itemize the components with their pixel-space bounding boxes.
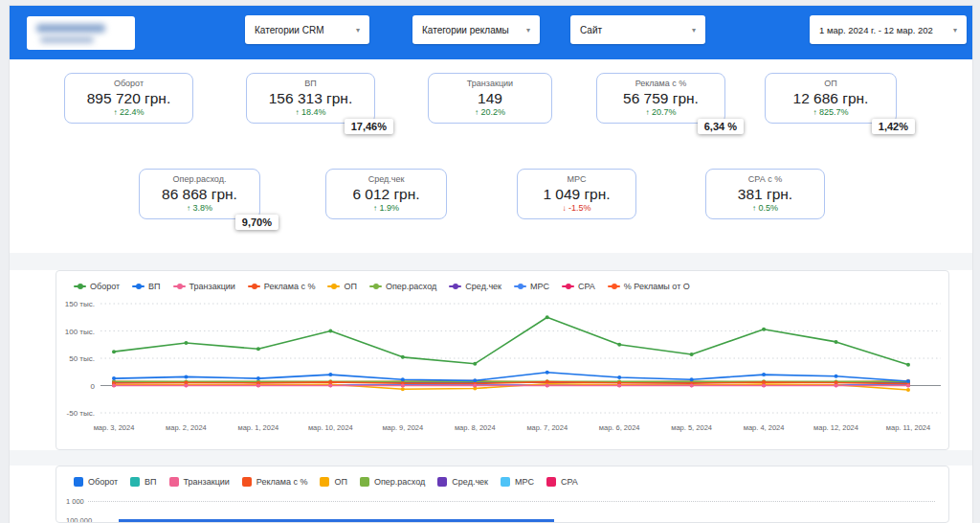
legend-item[interactable]: CPA — [562, 282, 595, 291]
legend-label: ВП — [148, 282, 160, 291]
legend-label: Сред.чек — [452, 477, 488, 487]
kpi-value: 6 012 грн. — [352, 185, 419, 203]
legend-item[interactable]: ОП — [327, 282, 356, 291]
filter-label: Сайт — [580, 25, 602, 35]
chevron-down-icon: ▾ — [526, 26, 530, 34]
kpi-title: ОП — [824, 79, 836, 89]
kpi-delta: ↑ 22.4% — [113, 107, 144, 118]
svg-text:100 тыс.: 100 тыс. — [65, 328, 95, 336]
legend-label: Опер.расход — [386, 282, 436, 291]
kpi-delta: ↑ 18.4% — [295, 107, 325, 118]
legend-item[interactable]: Транзакции — [173, 282, 235, 291]
up-arrow-icon: ↑ — [475, 108, 479, 117]
kpi-delta: ↓ -1.5% — [562, 203, 590, 214]
legend-swatch — [130, 477, 140, 487]
filter-dropdown-1[interactable]: Категории CRM▾ — [245, 15, 369, 44]
legend-item[interactable]: ВП — [132, 282, 160, 291]
svg-text:мар. 3, 2024: мар. 3, 2024 — [94, 423, 135, 432]
legend-item[interactable]: Оборот — [74, 282, 120, 291]
bar-chart-legend: ОборотВПТранзакцииРеклама с %ОПОпер.расх… — [56, 466, 948, 489]
svg-text:мар. 2, 2024: мар. 2, 2024 — [166, 423, 207, 432]
svg-text:мар. 4, 2024: мар. 4, 2024 — [744, 423, 785, 432]
legend-label: Реклама с % — [264, 282, 316, 291]
line-chart-legend: ОборотВПТранзакцииРеклама с %ОПОпер.расх… — [56, 271, 948, 294]
kpi-title: Опер.расход. — [173, 174, 227, 185]
kpi-card: Оборот895 720 грн.↑ 22.4% — [64, 73, 193, 124]
kpi-title: МРС — [568, 174, 587, 185]
axis-tick-label: 1 000 — [66, 497, 84, 506]
kpi-title: Транзакции — [467, 79, 513, 89]
svg-text:мар. 6, 2024: мар. 6, 2024 — [599, 423, 640, 432]
date-range-label: 1 мар. 2024 г. - 12 мар. 202 — [819, 25, 933, 35]
legend-label: МРС — [530, 282, 549, 291]
date-range-picker[interactable]: 1 мар. 2024 г. - 12 мар. 202 ▾ — [810, 15, 967, 44]
legend-marker — [173, 285, 186, 287]
kpi-title: Сред.чек — [368, 174, 405, 185]
filter-dropdown-3[interactable]: Сайт▾ — [570, 15, 705, 44]
logo-blur-mark — [40, 36, 94, 43]
legend-item[interactable]: Реклама с % — [248, 282, 316, 291]
kpi-title: Оборот — [114, 79, 144, 89]
kpi-value: 381 грн. — [738, 185, 792, 203]
kpi-card: СРА с %381 грн.↑ 0.5% — [705, 169, 825, 219]
legend-swatch — [74, 477, 83, 487]
bar-chart-card: ОборотВПТранзакцииРеклама с %ОПОпер.расх… — [56, 466, 949, 523]
clipped-bar — [119, 519, 554, 523]
legend-label: CPA — [561, 477, 578, 487]
filter-dropdown-2[interactable]: Категории рекламы▾ — [412, 15, 540, 44]
svg-text:мар. 8, 2024: мар. 8, 2024 — [455, 423, 496, 432]
section-separator — [10, 253, 972, 270]
up-arrow-icon: ↑ — [752, 204, 756, 213]
legend-item[interactable]: ОП — [320, 477, 346, 487]
legend-item[interactable]: ВП — [130, 477, 156, 487]
kpi-delta: ↑ 3.8% — [187, 203, 212, 214]
section-separator — [10, 450, 972, 466]
kpi-value: 86 868 грн. — [162, 185, 237, 203]
legend-item[interactable]: Оборот — [74, 477, 118, 487]
legend-item[interactable]: МРС — [501, 477, 534, 487]
svg-text:0: 0 — [91, 382, 96, 391]
svg-text:мар. 10, 2024: мар. 10, 2024 — [308, 423, 353, 432]
up-arrow-icon: ↑ — [187, 204, 190, 213]
legend-label: Оборот — [90, 282, 120, 291]
line-chart-card: ОборотВПТранзакцииРеклама с %ОПОпер.расх… — [56, 270, 949, 450]
legend-label: Оборот — [88, 477, 118, 487]
kpi-card: Реклама с %56 759 грн.↑ 20.7%6,34 % — [596, 73, 725, 124]
legend-item[interactable]: Транзакции — [169, 477, 230, 487]
dashboard-page: Категории CRM▾Категории рекламы▾Сайт▾ 1 … — [10, 6, 972, 523]
kpi-card: Транзакции149↑ 20.2% — [428, 73, 552, 124]
svg-text:мар. 5, 2024: мар. 5, 2024 — [671, 423, 712, 432]
legend-label: Транзакции — [184, 477, 230, 487]
legend-label: % Рекламы от О — [624, 282, 690, 291]
logo — [27, 16, 135, 50]
kpi-value: 895 720 грн. — [87, 89, 170, 107]
legend-item[interactable]: Сред.чек — [449, 282, 501, 291]
bar-chart-axis: 1 000 — [66, 497, 935, 506]
gridline — [88, 501, 935, 502]
legend-label: Транзакции — [189, 282, 235, 291]
kpi-delta: ↑ 825.7% — [813, 107, 848, 118]
legend-item[interactable]: МРС — [514, 282, 549, 291]
up-arrow-icon: ↑ — [373, 204, 377, 213]
kpi-card: МРС1 049 грн.↓ -1.5% — [517, 169, 636, 219]
legend-label: Опер.расход — [374, 477, 425, 487]
kpi-value: 149 — [478, 89, 502, 107]
legend-item[interactable]: CPA — [546, 477, 578, 487]
legend-label: Сред.чек — [465, 282, 501, 291]
up-arrow-icon: ↑ — [113, 108, 117, 117]
kpi-card: Опер.расход.86 868 грн.↑ 3.8%9,70% — [139, 169, 260, 219]
legend-label: ОП — [334, 477, 346, 487]
legend-item[interactable]: Сред.чек — [437, 477, 488, 487]
legend-item[interactable]: % Рекламы от О — [608, 282, 690, 291]
kpi-delta: ↑ 20.7% — [645, 107, 676, 118]
up-arrow-icon: ↑ — [295, 108, 299, 117]
legend-item[interactable]: Опер.расход — [360, 477, 425, 487]
header-bar: Категории CRM▾Категории рекламы▾Сайт▾ 1 … — [10, 6, 972, 59]
legend-marker — [608, 285, 620, 287]
legend-swatch — [546, 477, 556, 487]
kpi-delta: ↑ 0.5% — [752, 203, 778, 214]
legend-item[interactable]: Опер.расход — [369, 282, 436, 291]
legend-marker — [327, 285, 340, 287]
legend-item[interactable]: Реклама с % — [242, 477, 308, 487]
legend-label: ОП — [344, 282, 356, 291]
